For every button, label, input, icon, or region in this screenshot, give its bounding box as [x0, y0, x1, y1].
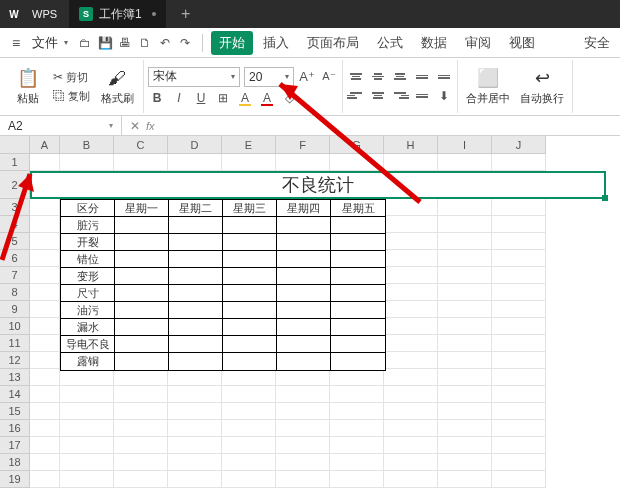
- copy-icon: ⿻: [53, 89, 65, 103]
- format-painter-icon: 🖌: [108, 68, 126, 89]
- merge-icon: ⬜: [477, 67, 499, 89]
- align-right-icon[interactable]: [391, 88, 409, 104]
- selection-handle-icon[interactable]: [602, 195, 608, 201]
- tab-modified-dot-icon: [152, 12, 156, 16]
- spreadsheet-icon: S: [79, 7, 93, 21]
- border-icon[interactable]: ⊞: [214, 89, 232, 107]
- increase-font-icon[interactable]: A⁺: [298, 68, 316, 86]
- align-left-icon[interactable]: [347, 88, 365, 104]
- merge-group: ⬜ 合并居中 ↩ 自动换行: [458, 60, 573, 113]
- decrease-indent-icon[interactable]: [413, 69, 431, 85]
- fx-icon[interactable]: fx: [146, 120, 155, 132]
- align-bottom-icon[interactable]: [391, 69, 409, 85]
- scissors-icon: ✂: [53, 70, 63, 84]
- cut-button[interactable]: ✂剪切: [50, 69, 93, 86]
- copy-button[interactable]: ⿻复制: [50, 88, 93, 105]
- row-headers[interactable]: 12345678910111213141516171819: [0, 154, 30, 488]
- underline-icon[interactable]: U: [192, 89, 210, 107]
- paste-icon: 📋: [17, 67, 39, 89]
- italic-icon[interactable]: I: [170, 89, 188, 107]
- data-table[interactable]: 区分星期一星期二星期三星期四星期五脏污开裂错位变形尺寸油污漏水导电不良露铜: [60, 199, 386, 371]
- spreadsheet-grid[interactable]: ABCDEFGHIJ 12345678910111213141516171819…: [0, 136, 620, 500]
- chevron-down-icon: ▾: [285, 72, 289, 81]
- print-preview-icon[interactable]: 🗋: [136, 34, 154, 52]
- file-menu[interactable]: 文件: [28, 32, 62, 54]
- merge-center-button[interactable]: ⬜ 合并居中: [462, 60, 514, 112]
- align-middle-icon[interactable]: [369, 69, 387, 85]
- increase-indent-icon[interactable]: [435, 69, 453, 85]
- font-color-icon[interactable]: A: [258, 89, 276, 107]
- font-size-select[interactable]: 20▾: [244, 67, 294, 87]
- wrap-text-icon[interactable]: ⬇: [435, 87, 453, 105]
- select-all-corner[interactable]: [0, 136, 30, 154]
- cancel-icon[interactable]: ✕: [130, 119, 140, 133]
- menu-data[interactable]: 数据: [413, 31, 455, 55]
- menu-view[interactable]: 视图: [501, 31, 543, 55]
- column-headers[interactable]: ABCDEFGHIJ: [30, 136, 546, 154]
- menu-start[interactable]: 开始: [211, 31, 253, 55]
- font-name-select[interactable]: 宋体▾: [148, 67, 240, 87]
- format-painter-button[interactable]: 🖌 格式刷: [95, 61, 139, 113]
- print-icon[interactable]: 🖶: [116, 34, 134, 52]
- paste-button[interactable]: 📋 粘贴: [8, 61, 48, 113]
- formula-bar[interactable]: ✕ fx: [122, 119, 163, 133]
- menu-formula[interactable]: 公式: [369, 31, 411, 55]
- decrease-font-icon[interactable]: A⁻: [320, 68, 338, 86]
- chevron-down-icon[interactable]: ▾: [64, 38, 68, 47]
- alignment-group: ⬇: [343, 60, 458, 113]
- formula-bar-row: A2 ▾ ✕ fx: [0, 116, 620, 136]
- fill-color-icon[interactable]: A: [236, 89, 254, 107]
- chevron-down-icon: ▾: [109, 121, 113, 130]
- menu-insert[interactable]: 插入: [255, 31, 297, 55]
- menubar: ≡ 文件 ▾ 🗀 💾 🖶 🗋 ↶ ↷ 开始 插入 页面布局 公式 数据 审阅 视…: [0, 28, 620, 58]
- wps-logo-icon: W: [0, 0, 28, 28]
- document-tab[interactable]: S 工作簿1: [69, 0, 166, 28]
- new-tab-button[interactable]: +: [172, 0, 200, 28]
- menu-page-layout[interactable]: 页面布局: [299, 31, 367, 55]
- redo-icon[interactable]: ↷: [176, 34, 194, 52]
- clear-format-icon[interactable]: ◇: [280, 89, 298, 107]
- orientation-icon[interactable]: [413, 88, 431, 104]
- name-box[interactable]: A2 ▾: [0, 116, 122, 136]
- hamburger-icon[interactable]: ≡: [6, 33, 26, 53]
- save-icon[interactable]: 💾: [96, 34, 114, 52]
- menu-security[interactable]: 安全: [584, 34, 614, 52]
- app-name: WPS: [32, 8, 57, 20]
- tab-label: 工作簿1: [99, 6, 142, 23]
- wrap-icon: ↩: [535, 67, 550, 89]
- font-group: 宋体▾ 20▾ A⁺ A⁻ B I U ⊞ A A ◇: [144, 60, 343, 113]
- align-center-icon[interactable]: [369, 88, 387, 104]
- titlebar: W WPS S 工作簿1 +: [0, 0, 620, 28]
- ribbon: 📋 粘贴 ✂剪切 ⿻复制 🖌 格式刷 宋体▾ 20▾ A⁺ A⁻ B I U ⊞…: [0, 58, 620, 116]
- undo-icon[interactable]: ↶: [156, 34, 174, 52]
- align-top-icon[interactable]: [347, 69, 365, 85]
- chevron-down-icon: ▾: [231, 72, 235, 81]
- folder-open-icon[interactable]: 🗀: [76, 34, 94, 52]
- bold-icon[interactable]: B: [148, 89, 166, 107]
- menu-review[interactable]: 审阅: [457, 31, 499, 55]
- auto-wrap-button[interactable]: ↩ 自动换行: [516, 60, 568, 112]
- clipboard-group: 📋 粘贴 ✂剪切 ⿻复制 🖌 格式刷: [4, 60, 144, 113]
